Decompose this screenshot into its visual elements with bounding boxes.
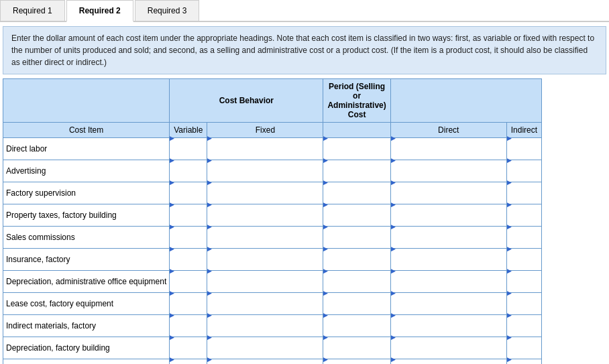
row-8-fixed-input[interactable] [207,321,323,343]
row-4-indirect-input[interactable] [507,233,541,254]
row-1-variable-input[interactable] [170,166,207,188]
row-9-variable-input[interactable] [170,343,207,364]
row-0-indirect-cell[interactable]: ▶ [506,138,541,160]
col-subheader-variable: Variable [170,123,207,138]
row-2-indirect-input[interactable] [507,188,541,210]
row-0-period-cell[interactable]: ▶ [323,138,390,160]
cost-table: Cost Behavior Period (Selling or Adminis… [3,78,606,364]
row-2-fixed-input[interactable] [207,188,323,210]
row-7-indirect-input[interactable] [507,299,541,320]
row-4-variable-input[interactable] [170,233,207,254]
row-0-indirect-input[interactable] [507,144,541,166]
row-9-direct-input[interactable] [391,343,506,364]
row-label-0: Direct labor [3,138,170,160]
row-1-direct-input[interactable] [391,166,506,188]
input-marker: ▶ [391,132,396,144]
row-9-period-input[interactable] [323,343,390,364]
tab-required3[interactable]: Required 3 [135,0,200,21]
row-5-direct-input[interactable] [391,255,506,276]
col-header-product-cost [390,79,541,123]
row-6-period-input[interactable] [323,277,390,298]
row-6-indirect-input[interactable] [507,277,541,298]
table-body: Direct labor▶▶▶▶▶Advertising▶▶▶▶▶Factory… [3,138,607,365]
header-row-2: Cost Item Variable Fixed Direct Indirect [3,123,607,138]
col-subheader-period [323,123,390,138]
tabs-bar: Required 1 Required 2 Required 3 [0,0,609,22]
table-row: Direct labor▶▶▶▶▶ [3,138,607,160]
row-2-variable-input[interactable] [170,188,207,210]
row-9-indirect-input[interactable] [507,343,541,364]
row-5-fixed-input[interactable] [207,255,323,276]
row-4-direct-input[interactable] [391,233,506,254]
row-2-period-input[interactable] [323,188,390,210]
col-subheader-item: Cost Item [3,123,170,138]
row-label-3: Property taxes, factory building [3,204,170,227]
row-0-variable-input[interactable] [170,144,207,166]
row-0-variable-cell[interactable]: ▶ [170,138,207,160]
col-header-period-cost: Period (Selling or Administrative) Cost [323,79,390,123]
tab-required2[interactable]: Required 2 [66,0,133,22]
row-6-variable-input[interactable] [170,277,207,298]
row-5-variable-input[interactable] [170,255,207,276]
input-marker: ▶ [323,132,328,144]
row-0-direct-cell[interactable]: ▶ [390,138,506,160]
row-label-7: Lease cost, factory equipment [3,293,170,315]
header-row-1: Cost Behavior Period (Selling or Adminis… [3,79,607,123]
col-subheader-fixed: Fixed [207,123,323,138]
row-7-period-input[interactable] [323,299,390,320]
row-6-fixed-input[interactable] [207,277,323,298]
row-label-6: Depreciation, administrative office equi… [3,271,170,293]
row-8-variable-input[interactable] [170,321,207,343]
instruction-text: Enter the dollar amount of each cost ite… [3,26,606,74]
row-label-5: Insurance, factory [3,249,170,271]
row-5-period-input[interactable] [323,255,390,276]
row-8-direct-input[interactable] [391,321,506,343]
row-label-8: Indirect materials, factory [3,315,170,337]
col-header-cost-behavior: Cost Behavior [170,79,323,123]
main-table-container: Cost Behavior Period (Selling or Adminis… [3,78,606,364]
row-8-period-input[interactable] [323,321,390,343]
row-7-fixed-input[interactable] [207,299,323,320]
row-3-fixed-input[interactable] [207,210,323,232]
row-3-direct-input[interactable] [391,210,506,232]
row-0-fixed-input[interactable] [207,144,323,166]
col-subheader-direct: Direct [390,123,506,138]
tab-required1[interactable]: Required 1 [0,0,65,21]
row-3-indirect-input[interactable] [507,210,541,232]
row-label-4: Sales commissions [3,227,170,249]
row-1-indirect-input[interactable] [507,166,541,188]
row-label-9: Depreciation, factory building [3,337,170,359]
row-6-direct-input[interactable] [391,277,506,298]
col-subheader-indirect: Indirect [506,123,541,138]
row-4-period-input[interactable] [323,233,390,254]
row-0-direct-input[interactable] [391,144,506,166]
row-5-indirect-input[interactable] [507,255,541,276]
row-9-fixed-input[interactable] [207,343,323,364]
row-4-fixed-input[interactable] [207,233,323,254]
row-2-direct-input[interactable] [391,188,506,210]
row-3-variable-input[interactable] [170,210,207,232]
row-3-period-input[interactable] [323,210,390,232]
row-7-variable-input[interactable] [170,299,207,320]
row-label-10: Administrative office supplies (billing) [3,359,170,365]
row-0-fixed-cell[interactable]: ▶ [207,138,323,160]
row-label-2: Factory supervision [3,182,170,204]
row-1-fixed-input[interactable] [207,166,323,188]
row-label-1: Advertising [3,160,170,182]
row-0-period-input[interactable] [323,144,390,166]
input-marker: ▶ [207,132,212,144]
col-header-item [3,79,170,123]
row-8-indirect-input[interactable] [507,321,541,343]
row-1-period-input[interactable] [323,166,390,188]
row-7-direct-input[interactable] [391,299,506,320]
